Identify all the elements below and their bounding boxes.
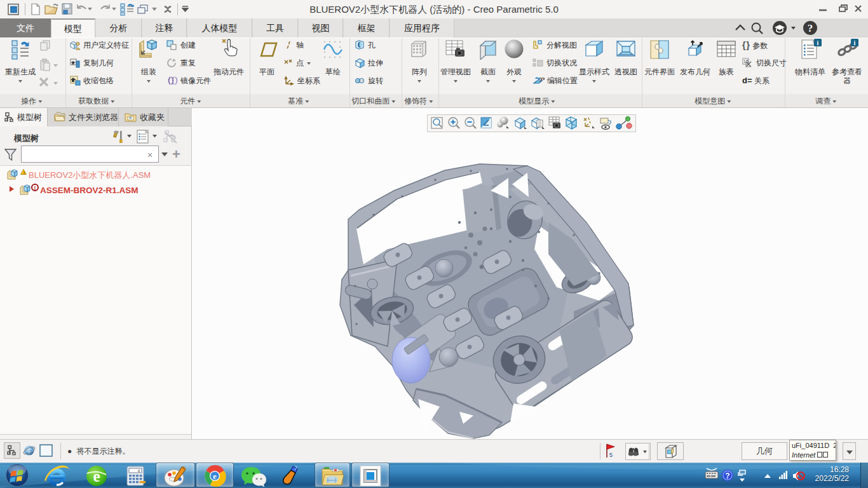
svg-text:i: i: [817, 39, 819, 46]
svg-text:e: e: [93, 468, 100, 485]
svg-text:5: 5: [609, 452, 613, 458]
svg-text:!: !: [24, 170, 25, 176]
svg-text:!: !: [34, 185, 36, 191]
svg-text:✳: ✳: [129, 116, 133, 120]
svg-text:ASSEM-BROV2-R1.ASM: ASSEM-BROV2-R1.ASM: [40, 186, 139, 195]
svg-text:?: ?: [808, 22, 813, 34]
svg-text:yx: yx: [540, 76, 545, 81]
svg-text:BLUEROV2小型水下机器人.ASM: BLUEROV2小型水下机器人.ASM: [29, 170, 151, 180]
svg-text:i: i: [854, 39, 856, 46]
svg-text:e: e: [213, 471, 217, 481]
svg-text:?: ?: [725, 471, 729, 480]
